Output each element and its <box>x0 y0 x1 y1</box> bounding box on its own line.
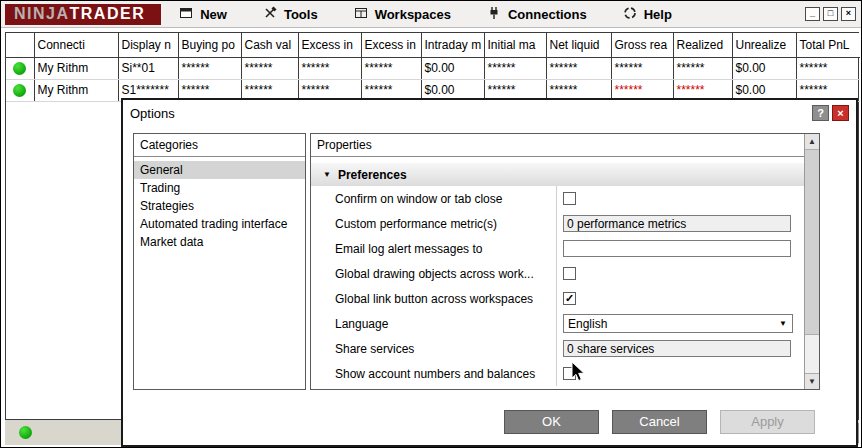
close-window-button[interactable]: × <box>841 7 856 21</box>
status-cell <box>6 57 34 79</box>
table-cell: ****** <box>241 57 298 79</box>
setting-control: ✓ <box>556 286 804 311</box>
preferences-section-header[interactable]: ▼ Preferences <box>311 163 804 186</box>
share-services-field[interactable] <box>563 340 791 357</box>
setting-control <box>556 361 804 386</box>
setting-label: Global link button across workspaces <box>311 286 556 311</box>
connected-status-icon <box>13 62 26 75</box>
properties-scrollbar[interactable]: ▲ ▼ <box>804 134 819 389</box>
dialog-buttons: OK Cancel Apply <box>504 410 815 434</box>
apply-button[interactable]: Apply <box>720 410 815 434</box>
menu-tools[interactable]: Tools <box>263 6 318 23</box>
dialog-title: Options <box>130 106 175 121</box>
column-header-cash-value[interactable]: Cash val <box>241 33 298 57</box>
category-general[interactable]: General <box>134 161 305 179</box>
menu-connections[interactable]: Connections <box>487 6 587 23</box>
language-select[interactable]: English ▼ <box>563 314 793 333</box>
table-cell: $0.00 <box>421 57 484 79</box>
setting-row-show-account-numbers: Show account numbers and balances <box>311 361 804 386</box>
menu-workspaces[interactable]: Workspaces <box>354 6 451 23</box>
global-link-button-checkbox[interactable]: ✓ <box>563 292 576 305</box>
menu-tools-label: Tools <box>284 7 318 22</box>
maximize-button[interactable]: □ <box>823 7 838 21</box>
column-header-connection[interactable]: Connecti <box>34 33 118 57</box>
connected-status-icon <box>19 426 32 439</box>
menu-bar: New Tools Workspaces Connections Help <box>179 6 672 23</box>
table-cell: ****** <box>361 57 421 79</box>
table-cell: $0.00 <box>732 57 796 79</box>
table-cell: ****** <box>796 57 860 79</box>
table-cell: ****** <box>178 57 241 79</box>
custom-performance-metrics-field[interactable] <box>563 215 791 232</box>
status-column-header[interactable] <box>6 33 34 57</box>
setting-row-global-link-button: Global link button across workspaces ✓ <box>311 286 804 311</box>
setting-label: Show account numbers and balances <box>311 361 556 386</box>
column-header-realized[interactable]: Realized <box>673 33 732 57</box>
category-automated-trading-interface[interactable]: Automated trading interface <box>134 215 305 233</box>
menu-new-label: New <box>200 7 227 22</box>
status-cell <box>6 79 34 101</box>
setting-row-confirm-close: Confirm on window or tab close <box>311 186 804 211</box>
menu-help-label: Help <box>644 7 672 22</box>
setting-label: Confirm on window or tab close <box>311 186 556 211</box>
categories-header: Categories <box>134 134 305 157</box>
minimize-button[interactable]: _ <box>805 7 820 21</box>
setting-row-global-drawing-objects: Global drawing objects across work... <box>311 261 804 286</box>
table-cell: ****** <box>298 57 361 79</box>
account-row[interactable]: My Rithm Si**01 ****** ****** ****** ***… <box>6 57 860 79</box>
email-log-alert-field[interactable] <box>563 240 791 257</box>
help-button[interactable]: ? <box>812 105 829 121</box>
column-header-display-name[interactable]: Display n <box>118 33 178 57</box>
collapse-caret-icon: ▼ <box>323 170 331 179</box>
ok-button[interactable]: OK <box>504 410 599 434</box>
scroll-up-icon[interactable]: ▲ <box>805 134 819 150</box>
tools-icon <box>263 6 277 23</box>
column-header-initial-margin[interactable]: Initial ma <box>484 33 546 57</box>
setting-label: Global drawing objects across work... <box>311 261 556 286</box>
circular-arrows-icon <box>623 6 637 23</box>
mouse-cursor <box>571 361 587 383</box>
column-header-total-pnl[interactable]: Total PnL <box>796 33 860 57</box>
menu-new[interactable]: New <box>179 6 227 23</box>
setting-control <box>556 261 804 286</box>
global-drawing-objects-checkbox[interactable] <box>563 267 576 280</box>
logo-ninja-text: NINJA <box>14 5 70 23</box>
setting-control: English ▼ <box>556 311 804 336</box>
close-dialog-button[interactable]: × <box>832 105 849 121</box>
scrollbar-thumb[interactable] <box>805 150 819 335</box>
setting-control <box>556 211 804 236</box>
table-header-row: Connecti Display n Buying po Cash val Ex… <box>6 33 860 57</box>
app-window: NINJATRADER New Tools Workspaces Connect… <box>0 0 862 448</box>
confirm-close-checkbox[interactable] <box>563 192 576 205</box>
preferences-section-title: Preferences <box>338 168 407 182</box>
plug-icon <box>487 6 501 23</box>
properties-header: Properties <box>311 134 804 157</box>
categories-list: General Trading Strategies Automated tra… <box>134 157 305 251</box>
logo-trader-text: TRADER <box>70 5 146 23</box>
setting-row-share-services: Share services <box>311 336 804 361</box>
cancel-button[interactable]: Cancel <box>612 410 707 434</box>
dialog-title-bar[interactable]: Options ? × <box>123 100 856 126</box>
column-header-intraday-margin[interactable]: Intraday m <box>421 33 484 57</box>
category-market-data[interactable]: Market data <box>134 233 305 251</box>
category-trading[interactable]: Trading <box>134 179 305 197</box>
category-strategies[interactable]: Strategies <box>134 197 305 215</box>
table-cell: ****** <box>546 57 611 79</box>
column-header-net-liquidation[interactable]: Net liquid <box>546 33 611 57</box>
properties-panel: Properties ▼ Preferences Confirm on wind… <box>310 133 820 390</box>
title-bar: NINJATRADER New Tools Workspaces Connect… <box>1 1 861 28</box>
menu-help[interactable]: Help <box>623 6 672 23</box>
column-header-buying-power[interactable]: Buying po <box>178 33 241 57</box>
setting-label: Language <box>311 311 556 336</box>
column-header-excess-intraday[interactable]: Excess in <box>361 33 421 57</box>
menu-connections-label: Connections <box>508 7 587 22</box>
accounts-table: Connecti Display n Buying po Cash val Ex… <box>6 33 860 102</box>
scroll-down-icon[interactable]: ▼ <box>805 373 819 389</box>
options-dialog: Options ? × Categories General Trading S… <box>121 98 858 447</box>
column-header-unrealized[interactable]: Unrealize <box>732 33 796 57</box>
setting-control <box>556 336 804 361</box>
column-header-gross-realized[interactable]: Gross rea <box>611 33 673 57</box>
column-header-excess-initial[interactable]: Excess in <box>298 33 361 57</box>
ninjatrader-logo: NINJATRADER <box>5 4 161 25</box>
workspaces-icon <box>354 6 368 23</box>
